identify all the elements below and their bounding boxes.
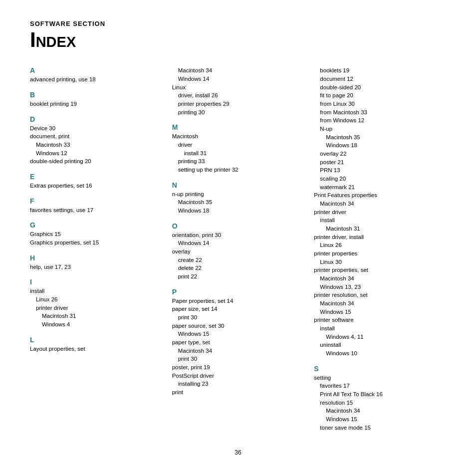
index-entry: Windows 12	[30, 149, 162, 158]
index-entry: install 31	[172, 149, 304, 158]
letter-N: N	[172, 181, 304, 189]
index-entry: setting	[314, 374, 446, 382]
letter-H: H	[30, 254, 162, 262]
index-entry: Windows 13, 23	[314, 283, 446, 291]
index-entry: N-up	[314, 125, 446, 133]
index-entry: Macintosh 34	[314, 274, 446, 283]
index-entry: printer properties	[314, 249, 446, 258]
index-entry: fit to page 20	[314, 91, 446, 100]
index-entry: from Macintosh 33	[314, 108, 446, 117]
index-entry: printing 30	[172, 108, 304, 117]
index-entry: print 22	[172, 272, 304, 281]
letter-B: B	[30, 91, 162, 99]
index-entry: booklets 19	[314, 66, 446, 75]
letter-F: F	[30, 197, 162, 205]
index-entry: printer driver, install	[314, 233, 446, 241]
index-entry: Print Features properties	[314, 191, 446, 200]
index-entry: print 30	[172, 313, 304, 322]
index-entry: Macintosh 35	[172, 198, 304, 207]
index-entry: Windows 15	[314, 308, 446, 316]
index-entry: driver	[172, 141, 304, 149]
index-entry: help, use 17, 23	[30, 263, 162, 271]
index-entry: resolution 15	[314, 399, 446, 407]
index-entry: Graphics 15	[30, 230, 162, 238]
index-entry: scaling 20	[314, 175, 446, 183]
index-entry: Windows 10	[314, 349, 446, 358]
index-entry: double-sided 20	[314, 83, 446, 92]
index-entry: poster 21	[314, 158, 446, 167]
index-entry: Macintosh	[172, 132, 304, 141]
index-entry: printer driver	[30, 304, 162, 312]
index-entry: watermark 21	[314, 183, 446, 192]
index-entry: double-sided printing 20	[30, 157, 162, 166]
index-entry: Print All Text To Black 16	[314, 390, 446, 399]
index-entry: toner save mode 15	[314, 424, 446, 432]
index-entry: printer software	[314, 316, 446, 324]
index-entry: create 22	[172, 256, 304, 264]
index-entry: print	[172, 388, 304, 397]
index-entry: Windows 14	[172, 239, 304, 247]
index-entry: Macintosh 31	[30, 312, 162, 320]
header-section: Software section Index	[30, 20, 446, 51]
page-number: 36	[0, 449, 476, 456]
index-entry: Device 30	[30, 124, 162, 133]
index-entry: Windows 4, 11	[314, 333, 446, 341]
index-entry: Linux 26	[30, 295, 162, 304]
index-entry: Macintosh 34	[314, 200, 446, 208]
index-entry: from Linux 30	[314, 100, 446, 108]
index-entry: delete 22	[172, 264, 304, 272]
index-entry: Macintosh 31	[314, 225, 446, 233]
page: Software section Index Aadvanced printin…	[0, 0, 476, 476]
index-entry: Windows 14	[172, 75, 304, 83]
index-entry: install	[314, 216, 446, 225]
index-entry: install	[314, 324, 446, 333]
index-entry: poster, print 19	[172, 363, 304, 372]
index-entry: Windows 4	[30, 320, 162, 329]
index-entry: from Windows 12	[314, 116, 446, 125]
page-title: Index	[30, 28, 446, 51]
index-entry: Windows 15	[314, 415, 446, 424]
index-entry: Macintosh 34	[314, 299, 446, 308]
index-columns: Aadvanced printing, use 18Bbooklet print…	[30, 66, 446, 432]
index-entry: install	[30, 287, 162, 295]
index-entry: advanced printing, use 18	[30, 75, 162, 84]
index-entry: printer properties 29	[172, 100, 304, 108]
index-entry: setting up the printer 32	[172, 166, 304, 174]
letter-L: L	[30, 336, 162, 344]
index-entry: favorites 17	[314, 382, 446, 390]
column-3: booklets 19document 12double-sided 20fit…	[314, 66, 446, 432]
index-entry: PRN 13	[314, 166, 446, 175]
index-entry: printer properties, set	[314, 266, 446, 274]
index-entry: Graphics properties, set 15	[30, 238, 162, 247]
letter-I: I	[30, 278, 162, 286]
letter-D: D	[30, 115, 162, 123]
column-1: Aadvanced printing, use 18Bbooklet print…	[30, 66, 172, 432]
index-entry: Linux	[172, 83, 304, 92]
index-entry: booklet printing 19	[30, 100, 162, 108]
index-entry: paper size, set 14	[172, 305, 304, 313]
letter-S: S	[314, 365, 446, 373]
index-entry: overlay	[172, 247, 304, 256]
index-entry: Linux 26	[314, 241, 446, 249]
index-entry: document 12	[314, 75, 446, 83]
index-entry: Macintosh 34	[172, 66, 304, 75]
index-entry: driver, install 26	[172, 91, 304, 100]
index-entry: favorites settings, use 17	[30, 206, 162, 215]
index-entry: printer resolution, set	[314, 291, 446, 299]
index-entry: printer driver	[314, 208, 446, 217]
index-entry: Macintosh 34	[172, 347, 304, 355]
letter-E: E	[30, 173, 162, 181]
index-entry: Macintosh 34	[314, 407, 446, 415]
column-2: Macintosh 34Windows 14Linuxdriver, insta…	[172, 66, 314, 432]
index-entry: Paper properties, set 14	[172, 297, 304, 305]
index-entry: Linux 30	[314, 258, 446, 266]
index-entry: orientation, print 30	[172, 231, 304, 239]
index-entry: PostScript driver	[172, 372, 304, 380]
letter-O: O	[172, 222, 304, 230]
index-entry: document, print	[30, 132, 162, 141]
index-entry: Macintosh 33	[30, 141, 162, 149]
index-entry: printing 33	[172, 157, 304, 166]
letter-A: A	[30, 66, 162, 74]
index-entry: Windows 15	[172, 330, 304, 338]
letter-P: P	[172, 288, 304, 296]
